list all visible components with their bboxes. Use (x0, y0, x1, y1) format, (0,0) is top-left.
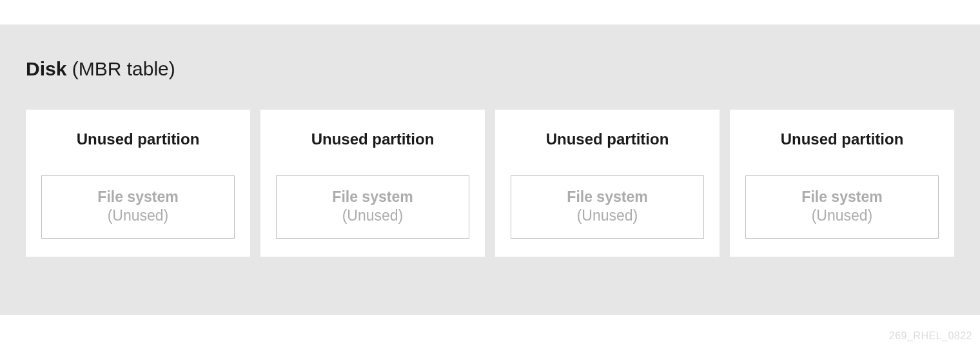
filesystem-label: File system (283, 188, 462, 206)
partition-card: Unused partition File system (Unused) (730, 110, 954, 257)
partition-title: Unused partition (311, 130, 435, 148)
diagram-title-paren: (MBR table) (72, 58, 175, 79)
partition-row: Unused partition File system (Unused) Un… (26, 110, 954, 257)
filesystem-status: (Unused) (518, 206, 697, 225)
filesystem-label: File system (48, 188, 228, 206)
watermark: 269_RHEL_0822 (889, 330, 972, 342)
filesystem-box: File system (Unused) (511, 175, 704, 239)
disk-diagram: Disk (MBR table) Unused partition File s… (0, 25, 980, 315)
filesystem-label: File system (518, 188, 697, 206)
filesystem-box: File system (Unused) (41, 175, 235, 239)
filesystem-box: File system (Unused) (276, 175, 469, 239)
filesystem-status: (Unused) (752, 206, 932, 225)
partition-title: Unused partition (781, 130, 904, 148)
partition-card: Unused partition File system (Unused) (26, 110, 250, 257)
diagram-title: Disk (MBR table) (26, 58, 954, 80)
partition-card: Unused partition File system (Unused) (260, 110, 485, 257)
filesystem-status: (Unused) (283, 206, 462, 225)
filesystem-box: File system (Unused) (745, 175, 939, 239)
partition-card: Unused partition File system (Unused) (495, 110, 720, 257)
diagram-title-bold: Disk (26, 58, 66, 79)
partition-title: Unused partition (546, 130, 669, 148)
partition-title: Unused partition (77, 130, 200, 148)
filesystem-label: File system (752, 188, 932, 206)
filesystem-status: (Unused) (48, 206, 228, 225)
